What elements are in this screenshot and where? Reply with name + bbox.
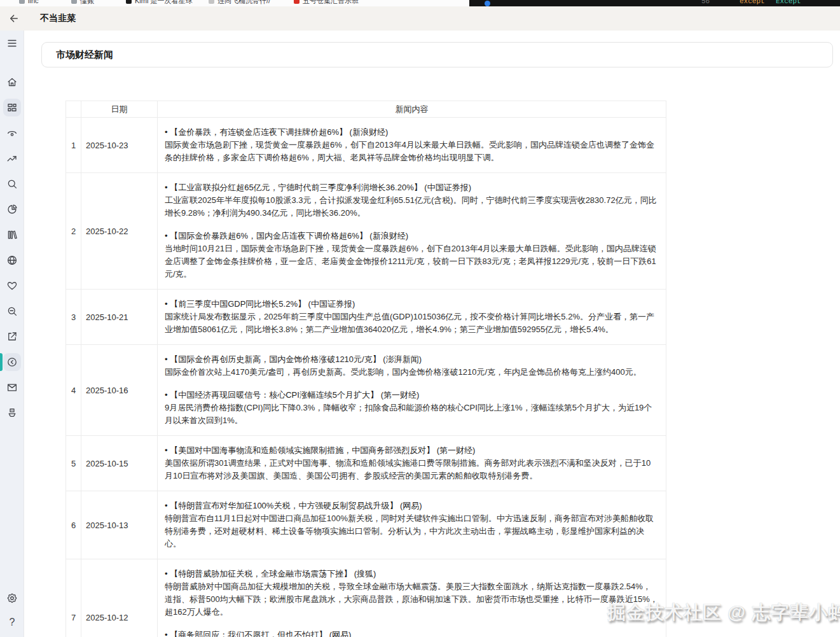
eye-icon xyxy=(6,127,18,139)
news-item: • 【金价暴跌，有连锁金店连夜下调挂牌价超6%】 (新浪财经)国际黄金市场急剧下… xyxy=(165,126,658,164)
news-body: 国际金价首次站上4170美元/盎司，再创历史新高。受此影响，国内金饰价格涨破12… xyxy=(165,366,658,379)
sidebar-item-search[interactable] xyxy=(3,175,21,193)
news-item: • 【国际金价再创历史新高，国内金饰价格涨破1210元/克】 (澎湃新闻)国际金… xyxy=(165,353,658,379)
news-headline: • 【国际金价暴跌超6%，国内金店连夜下调价格超6%】 (新浪财经) xyxy=(165,230,658,242)
news-body: 特朗普威胁对中国商品加征大规模增加的关税，导致全球金融市场大幅震荡。美股三大指数… xyxy=(165,580,658,619)
sidebar-item-dashboard[interactable] xyxy=(3,99,21,116)
sidebar-item-heart[interactable] xyxy=(3,277,21,295)
settings-icon xyxy=(6,592,18,604)
sidebar-item-external-link[interactable] xyxy=(3,328,21,346)
active-item-indicator xyxy=(0,353,3,371)
row-date: 2025-10-16 xyxy=(81,345,158,436)
sidebar-item-trending-up[interactable] xyxy=(3,150,21,167)
row-index: 3 xyxy=(66,290,81,345)
row-date: 2025-10-23 xyxy=(81,118,158,173)
table-row: 32025-10-21• 【前三季度中国GDP同比增长5.2%】 (中国证券报)… xyxy=(66,290,666,345)
bookmark-item[interactable]: 五号仓集汇音乐班 xyxy=(294,0,359,6)
trending-up-icon xyxy=(6,153,18,164)
column-header-date: 日期 xyxy=(81,101,158,118)
bookmark-favicon xyxy=(71,0,77,4)
library-icon xyxy=(6,229,18,241)
row-news-content: • 【金价暴跌，有连锁金店连夜下调挂牌价超6%】 (新浪财经)国际黄金市场急剧下… xyxy=(158,118,666,173)
sidebar-item-settings[interactable] xyxy=(3,589,21,607)
news-headline: • 【中国经济再现回暖信号：核心CPI涨幅连续5个月扩大】 (第一财经) xyxy=(165,389,658,402)
news-item: • 【商务部回应：我们不愿打，但也不怕打】 (网易)针对美方宣布对华加征100%… xyxy=(165,629,658,637)
row-news-content: • 【工业富联拟分红超65亿元，宁德时代前三季度净利润增长36.20%】 (中国… xyxy=(158,173,666,290)
news-headline: • 【前三季度中国GDP同比增长5.2%】 (中国证券报) xyxy=(165,298,658,311)
sidebar-item-robot[interactable] xyxy=(3,404,21,422)
sidebar-item-pie-chart[interactable] xyxy=(3,200,21,218)
news-item: • 【美国对中国海事物流和造船领域实施限制措施，中国商务部强烈反对】 (第一财经… xyxy=(165,444,658,482)
table-row: 62025-10-13• 【特朗普宣布对华加征100%关税，中方强硬反制贸易战升… xyxy=(66,491,666,559)
row-date: 2025-10-13 xyxy=(81,491,158,559)
help-icon: ? xyxy=(10,617,15,628)
news-item: • 【工业富联拟分红超65亿元，宁德时代前三季度净利润增长36.20%】 (中国… xyxy=(165,181,658,220)
main-content: 市场财经新闻 日期 新闻内容 12025-10-23• 【金价暴跌，有连锁金店连… xyxy=(24,31,840,637)
bookmark-label: linc xyxy=(28,0,39,4)
app-header: 不当韭菜 xyxy=(0,6,840,31)
sidebar-item-eye[interactable] xyxy=(3,124,21,142)
news-headline: • 【国际金价再创历史新高，国内金饰价格涨破1210元/克】 (澎湃新闻) xyxy=(165,353,658,366)
row-index: 1 xyxy=(66,118,81,173)
news-headline: • 【工业富联拟分红超65亿元，宁德时代前三季度净利润增长36.20%】 (中国… xyxy=(165,181,658,194)
bookmark-label: 五号仓集汇音乐班 xyxy=(303,0,359,6)
sidebar-item-home[interactable] xyxy=(3,73,21,91)
sidebar-item-zoom-out[interactable] xyxy=(3,302,21,320)
zoom-out-icon xyxy=(6,305,18,317)
row-date: 2025-10-22 xyxy=(81,173,158,290)
browser-top-strip: linc懂账Kimi 是一次看星球连同飞桶沉骨什//五号仓集汇音乐班 56exc… xyxy=(0,0,840,6)
panel-title-card: 市场财经新闻 xyxy=(41,42,833,67)
sidebar: ? xyxy=(0,31,24,637)
bookmark-item[interactable]: 连同飞桶沉骨什// xyxy=(209,0,270,6)
bookmark-favicon xyxy=(209,0,214,4)
row-date: 2025-10-21 xyxy=(81,290,158,345)
bookmark-item[interactable]: Kimi 是一次看星球 xyxy=(126,0,192,6)
back-button[interactable] xyxy=(8,12,20,25)
news-body: 特朗普宣布自11月1日起对中国进口商品加征100%新关税，同时对关键软件实施出口… xyxy=(165,512,658,550)
browser-bookmarks-bar: linc懂账Kimi 是一次看星球连同飞桶沉骨什//五号仓集汇音乐班 xyxy=(0,0,469,6)
sidebar-item-help[interactable]: ? xyxy=(3,613,21,631)
dashboard-icon xyxy=(6,102,18,113)
sidebar-item-library[interactable] xyxy=(3,226,21,244)
news-body: 美国依据所谓301调查结果，正式对中国海事、物流和造船领域实施港口费等限制措施。… xyxy=(165,457,658,482)
news-headline: • 【特朗普威胁加征关税，全球金融市场震荡下挫】 (搜狐) xyxy=(165,568,658,580)
code-text-fragment: except xyxy=(740,0,765,5)
news-body: 工业富联2025年半年度拟每10股派3.3元，合计拟派发现金红利65.51亿元(… xyxy=(165,194,658,220)
sidebar-item-history[interactable] xyxy=(3,353,21,371)
news-headline: • 【美国对中国海事物流和造船领域实施限制措施，中国商务部强烈反对】 (第一财经… xyxy=(165,444,658,457)
panel-title: 市场财经新闻 xyxy=(56,49,113,61)
globe-icon xyxy=(6,255,18,266)
row-news-content: • 【国际金价再创历史新高，国内金饰价格涨破1210元/克】 (澎湃新闻)国际金… xyxy=(158,345,666,436)
news-headline: • 【商务部回应：我们不愿打，但也不怕打】 (网易) xyxy=(165,629,658,637)
search-icon xyxy=(6,178,18,190)
row-index: 7 xyxy=(66,559,81,637)
bookmark-item[interactable]: linc xyxy=(19,0,39,6)
news-body: 国家统计局发布数据显示，2025年前三季度中国国内生产总值(GDP)101503… xyxy=(165,311,658,336)
row-news-content: • 【前三季度中国GDP同比增长5.2%】 (中国证券报)国家统计局发布数据显示… xyxy=(158,290,666,345)
bookmark-favicon xyxy=(19,0,25,4)
row-index: 4 xyxy=(66,345,81,436)
bookmark-favicon xyxy=(126,0,132,4)
sidebar-item-mail[interactable] xyxy=(3,379,21,396)
bookmark-favicon xyxy=(294,0,300,4)
page-title: 不当韭菜 xyxy=(40,13,76,24)
news-body: 当地时间10月21日，国际黄金市场急剧下挫，现货黄金一度暴跌超6%，创下自201… xyxy=(165,242,658,281)
news-body: 9月居民消费价格指数(CPI)同比下降0.3%，降幅收窄；扣除食品和能源价格的核… xyxy=(165,402,658,427)
column-header-index xyxy=(66,101,81,118)
news-headline: • 【金价暴跌，有连锁金店连夜下调挂牌价超6%】 (新浪财经) xyxy=(165,126,658,139)
news-table-body: 12025-10-23• 【金价暴跌，有连锁金店连夜下调挂牌价超6%】 (新浪财… xyxy=(66,118,666,637)
bookmark-item[interactable]: 懂账 xyxy=(71,0,94,6)
column-header-content: 新闻内容 xyxy=(158,101,666,118)
mail-icon xyxy=(6,382,18,393)
table-row: 42025-10-16• 【国际金价再创历史新高，国内金饰价格涨破1210元/克… xyxy=(66,345,666,436)
news-item: • 【中国经济再现回暖信号：核心CPI涨幅连续5个月扩大】 (第一财经)9月居民… xyxy=(165,389,658,427)
watermark: 掘金技术社区 @ 志字辈小蚂蚁 xyxy=(607,600,840,626)
robot-icon xyxy=(6,407,18,419)
menu-button[interactable] xyxy=(3,34,21,52)
bookmark-label: 连同飞桶沉骨什// xyxy=(217,0,270,6)
news-body: 国际黄金市场急剧下挫，现货黄金一度暴跌超6%，创下自2013年4月以来最大单日跌… xyxy=(165,139,658,164)
heart-icon xyxy=(6,280,18,291)
table-row: 12025-10-23• 【金价暴跌，有连锁金店连夜下调挂牌价超6%】 (新浪财… xyxy=(66,118,666,173)
news-item: • 【国际金价暴跌超6%，国内金店连夜下调价格超6%】 (新浪财经)当地时间10… xyxy=(165,230,658,281)
sidebar-item-globe[interactable] xyxy=(3,251,21,269)
